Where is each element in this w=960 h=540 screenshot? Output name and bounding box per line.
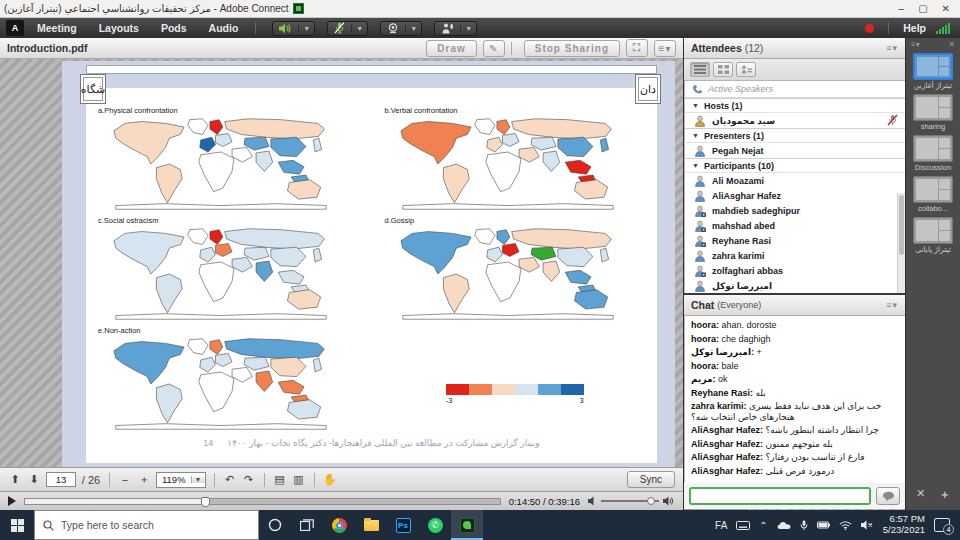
attendee-group-header[interactable]: ▼Presenters (1)	[685, 128, 905, 143]
pan-hand-icon[interactable]: ✋	[323, 473, 337, 486]
attendee-row[interactable]: Reyhane Rasi	[685, 233, 905, 248]
taskbar-search[interactable]: Type here to search	[34, 510, 259, 540]
layout-thumbnail-[interactable]: تیتراژ آغازین	[913, 53, 953, 90]
layouts-panel-menu-icon[interactable]: ≡▾	[911, 40, 920, 49]
attendee-row[interactable]: mahdieb sadeghipur	[685, 203, 905, 218]
speaker-muted-icon[interactable]	[861, 520, 874, 530]
attendee-row[interactable]: سید محمودیان	[685, 113, 905, 128]
attendees-pod-menu-icon[interactable]: ≡▾	[886, 43, 898, 53]
page-number-input[interactable]: 13	[46, 472, 76, 487]
two-page-view-icon[interactable]: ▥	[292, 473, 306, 486]
single-page-view-icon[interactable]: ▤	[273, 473, 287, 486]
chat-pod-menu-icon[interactable]: ≡▾	[886, 300, 898, 310]
world-map-b: b.Verbal confrontation	[383, 106, 648, 212]
start-button[interactable]	[0, 510, 34, 540]
add-layout-icon[interactable]: ＋	[939, 487, 950, 502]
attendee-row[interactable]: mahshad abed	[685, 218, 905, 233]
windows-taskbar: Type here to search Ps ✆ FA ⌃ 6:57 PM 5/…	[0, 510, 960, 540]
menu-meeting[interactable]: Meeting	[28, 22, 86, 34]
raise-hand-button[interactable]: ▼	[434, 21, 477, 36]
grid-view-button[interactable]	[713, 62, 733, 77]
close-button[interactable]: ✕	[942, 3, 950, 14]
world-map-a: a.Physical confrontation	[96, 106, 361, 212]
status-view-button[interactable]	[736, 62, 756, 77]
raise-hand-dropdown[interactable]: ▼	[460, 25, 476, 32]
list-view-button[interactable]	[690, 62, 710, 77]
cortana-button[interactable]	[259, 510, 291, 540]
attendee-row[interactable]: zahra karimi	[685, 248, 905, 263]
fullscreen-icon[interactable]: ⛶	[626, 39, 648, 57]
attendee-group-header[interactable]: ▼Participants (10)	[685, 158, 905, 173]
chrome-taskbar-button[interactable]	[323, 510, 355, 540]
speaker-dropdown[interactable]: ▼	[298, 25, 314, 32]
attendees-scrollbar[interactable]	[897, 193, 905, 293]
send-message-button[interactable]	[876, 487, 900, 505]
zoom-in-icon[interactable]: ＋	[137, 472, 151, 487]
chat-input[interactable]	[689, 487, 871, 505]
chrome-icon	[332, 518, 347, 533]
connection-signal-icon[interactable]	[936, 23, 950, 34]
pdf-document-area[interactable]: شگاه دان a.Physical confrontationb.Verba…	[62, 61, 675, 467]
play-icon[interactable]	[8, 496, 16, 506]
attendee-row[interactable]: امیررضا توکل	[685, 278, 905, 293]
file-explorer-button[interactable]	[355, 510, 387, 540]
attendees-list: Active Speakers ▼Hosts (1)سید محمودیان▼P…	[684, 81, 905, 293]
volume-knob[interactable]	[647, 497, 655, 505]
menu-layouts[interactable]: Layouts	[90, 22, 148, 34]
keyboard-icon[interactable]	[736, 521, 750, 530]
avatar	[694, 250, 706, 262]
photoshop-button[interactable]: Ps	[387, 510, 419, 540]
zoom-level-select[interactable]: 119% ▼	[156, 472, 206, 488]
layout-thumbnail-sharing[interactable]: sharing	[913, 94, 953, 131]
attendees-title: Attendees	[691, 42, 742, 54]
menu-pods[interactable]: Pods	[152, 22, 196, 34]
share-pod-menu-icon[interactable]: ≡▾	[654, 40, 676, 57]
volume-slider[interactable]	[601, 500, 659, 502]
action-center-icon[interactable]: 4	[934, 518, 950, 532]
task-view-button[interactable]	[291, 510, 323, 540]
webcam-button[interactable]: ▼	[380, 21, 422, 36]
clock[interactable]: 6:57 PM 5/23/2021	[883, 514, 925, 536]
whatsapp-button[interactable]: ✆	[419, 510, 451, 540]
help-menu[interactable]: Help	[903, 22, 926, 34]
draw-button[interactable]: Draw	[426, 40, 476, 57]
speaker-icon	[273, 23, 298, 34]
attendee-row[interactable]: zolfaghari abbas	[685, 263, 905, 278]
maximize-button[interactable]: ▢	[918, 3, 927, 14]
rotate-left-icon[interactable]: ↶	[223, 473, 237, 486]
battery-icon[interactable]	[817, 521, 830, 529]
photoshop-icon: Ps	[396, 518, 411, 533]
adobe-connect-taskbar-button[interactable]	[451, 510, 483, 540]
zoom-out-icon[interactable]: −	[118, 474, 132, 486]
menu-audio[interactable]: Audio	[200, 22, 248, 34]
pointer-pen-icon[interactable]: ✎	[483, 40, 505, 57]
attendee-row[interactable]: Ali Moazami	[685, 173, 905, 188]
layout-thumbnail-collabo[interactable]: collabo...	[913, 176, 953, 213]
layout-thumbnail-Discussion[interactable]: Discussion	[913, 135, 953, 172]
attendee-row[interactable]: AliAsghar Hafez	[685, 188, 905, 203]
volume-control[interactable]	[588, 496, 675, 506]
layouts-panel-close-icon[interactable]: ✕	[948, 40, 955, 49]
onedrive-cloud-icon[interactable]	[777, 521, 791, 530]
page-up-icon[interactable]: ⬆	[8, 473, 22, 486]
delete-layout-icon[interactable]: ✕	[916, 487, 925, 502]
stop-sharing-button[interactable]: Stop Sharing	[524, 40, 620, 57]
wifi-icon[interactable]	[839, 521, 852, 530]
sync-button[interactable]: Sync	[627, 471, 675, 488]
minimize-button[interactable]: –	[899, 3, 905, 14]
page-down-icon[interactable]: ⬇	[27, 473, 41, 486]
attendee-row[interactable]: Pegah Nejat	[685, 143, 905, 158]
rotate-right-icon[interactable]: ↷	[242, 473, 256, 486]
attendee-group-header[interactable]: ▼Hosts (1)	[685, 98, 905, 113]
tray-microphone-icon[interactable]	[800, 520, 808, 531]
layout-thumbnail-[interactable]: تیتراژ پایانی	[913, 217, 953, 254]
microphone-dropdown[interactable]: ▼	[351, 25, 367, 32]
color-scale-legend: -33	[383, 326, 648, 432]
playback-slider-handle[interactable]	[201, 497, 210, 507]
tray-expand-chevron-icon[interactable]: ⌃	[759, 520, 767, 531]
language-indicator[interactable]: FA	[715, 520, 727, 531]
webcam-dropdown[interactable]: ▼	[405, 25, 421, 32]
microphone-button[interactable]: ▼	[327, 21, 368, 36]
speaker-button[interactable]: ▼	[272, 21, 315, 36]
playback-progress-slider[interactable]	[24, 498, 501, 505]
